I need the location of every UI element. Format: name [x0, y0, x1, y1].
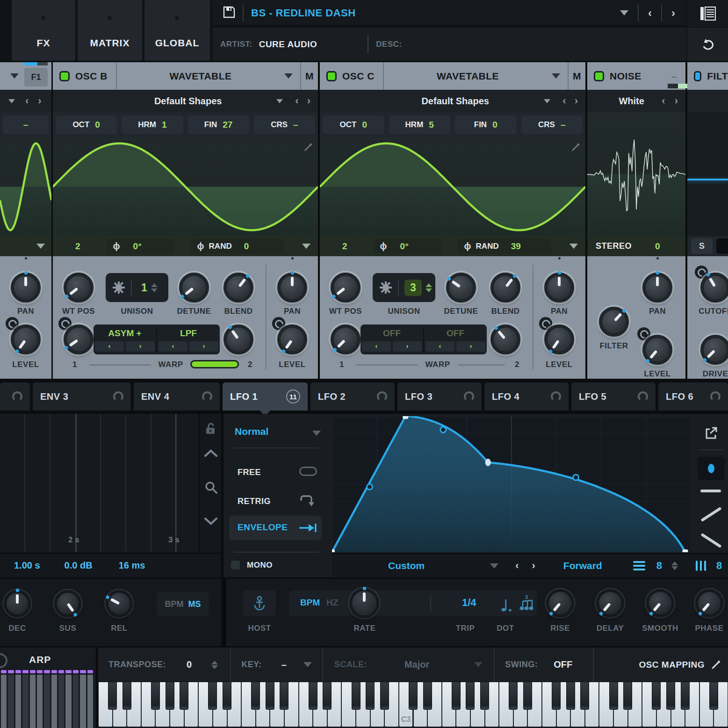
lfo-shape-preset-select[interactable]: Custom — [388, 560, 425, 571]
lfo-smooth-knob[interactable] — [646, 589, 674, 617]
filter-cutoff-knob[interactable] — [700, 273, 728, 303]
osc-c-pan-knob[interactable] — [544, 273, 574, 303]
triplet-note-icon[interactable]: 3 — [518, 595, 536, 612]
filter-extra-box[interactable] — [716, 238, 728, 254]
black-key[interactable] — [409, 682, 418, 710]
osc-c-warp1-prev[interactable]: ‹ — [362, 341, 391, 352]
osc-c-warp2-prev[interactable]: ‹ — [425, 341, 454, 352]
scale-value[interactable]: Major — [404, 659, 429, 670]
lfo-mode-select[interactable]: Normal — [235, 426, 268, 437]
black-key[interactable] — [580, 682, 589, 710]
osc-c-wtpos-knob[interactable] — [331, 273, 360, 303]
env-sustain-db[interactable]: 0.0 dB — [65, 560, 93, 571]
arp-mini-key[interactable] — [58, 675, 64, 728]
lfo-grid-rows-value[interactable]: 8 — [656, 560, 662, 572]
tab-lfo5[interactable]: LFO 5 — [571, 382, 656, 411]
lfo-envelope-option[interactable]: ENVELOPE — [229, 516, 322, 540]
black-key[interactable] — [166, 682, 174, 710]
osc-c-wave-display[interactable] — [320, 137, 585, 236]
black-key[interactable] — [652, 682, 661, 710]
osc-a-dest-dropdown-icon[interactable] — [10, 73, 19, 79]
osc-b-detune-knob[interactable] — [179, 273, 209, 303]
osc-b-phase-box[interactable]: ϕ0° — [107, 238, 175, 254]
osc-c-warp2-select[interactable]: OFF ‹› — [424, 324, 487, 354]
black-key[interactable] — [523, 682, 532, 710]
osc-b-level-knob[interactable] — [277, 324, 307, 354]
arp-mini-key[interactable] — [80, 675, 86, 728]
osc-c-power-led[interactable] — [326, 71, 337, 81]
osc-c-shape-next[interactable]: › — [575, 95, 578, 107]
black-key[interactable] — [709, 682, 718, 710]
tab-fx[interactable]: FX — [12, 0, 75, 61]
osc-c-mode-select[interactable]: WAVETABLE — [384, 71, 552, 82]
osc-c-fin[interactable]: FIN0 — [455, 115, 517, 134]
osc-b-mode-dropdown-icon[interactable] — [284, 73, 293, 79]
tab-lfo1[interactable]: LFO 111 — [223, 382, 308, 411]
black-key[interactable] — [366, 682, 375, 710]
lfo-free-option[interactable]: FREE — [238, 468, 261, 477]
lfo-direction-select[interactable]: Forward — [563, 560, 602, 571]
osc-c-detune-knob[interactable] — [446, 273, 476, 303]
ramp-down-tool-icon[interactable] — [700, 533, 721, 548]
tab-env4[interactable]: ENV 4 — [134, 382, 220, 411]
arp-label[interactable]: ARP — [29, 654, 51, 665]
black-key[interactable] — [480, 682, 489, 710]
osc-a-pan-knob[interactable] — [11, 273, 41, 303]
filter-power-led[interactable] — [694, 71, 701, 81]
preset-next-button[interactable]: › — [671, 7, 675, 20]
black-key[interactable] — [623, 682, 632, 710]
arp-mini-key[interactable] — [73, 675, 79, 728]
black-key[interactable] — [108, 682, 117, 710]
osc-c-mode-dropdown-icon[interactable] — [552, 73, 560, 79]
osc-c-strip-dropdown-icon[interactable] — [569, 244, 578, 249]
arp-mini-key[interactable] — [51, 675, 57, 728]
black-key[interactable] — [609, 682, 618, 710]
black-key[interactable] — [309, 682, 317, 710]
arp-mini-key[interactable] — [44, 675, 50, 728]
bpm-option[interactable]: BPM — [165, 599, 184, 609]
black-key[interactable] — [466, 682, 475, 710]
chevron-up-icon[interactable] — [204, 449, 217, 457]
ramp-up-tool-icon[interactable] — [700, 507, 721, 522]
black-key[interactable] — [323, 682, 332, 710]
edit-wavetable-icon[interactable] — [570, 142, 581, 152]
noise-prev[interactable]: ‹ — [662, 95, 665, 107]
gear-icon[interactable] — [379, 281, 392, 294]
osc-a-shape-dropdown-icon[interactable] — [8, 99, 15, 103]
osc-c-hrm[interactable]: HRM5 — [389, 115, 451, 134]
osc-b-shape-prev[interactable]: ‹ — [295, 95, 298, 107]
arp-mini-key[interactable] — [87, 675, 93, 728]
osc-a-shape-next[interactable]: › — [38, 95, 41, 107]
arp-mini-key[interactable] — [37, 675, 43, 728]
osc-c-phase-box[interactable]: ϕ0° — [374, 238, 442, 254]
tab-env2-partial[interactable] — [0, 382, 30, 411]
lfo-rise-knob[interactable] — [546, 589, 574, 617]
osc-b-pan-knob[interactable] — [277, 273, 307, 303]
osc-b-unison-stepper[interactable] — [151, 283, 158, 292]
external-link-icon[interactable] — [704, 427, 717, 440]
line-tool-icon[interactable] — [700, 490, 721, 492]
lfo-host-sync-button[interactable] — [243, 590, 276, 616]
black-key[interactable] — [509, 682, 518, 710]
undo-button[interactable] — [687, 28, 728, 61]
noise-wave-display[interactable] — [587, 112, 685, 236]
osc-c-level-knob[interactable] — [544, 324, 574, 354]
lfo-preset-prev[interactable]: ‹ — [515, 560, 519, 572]
osc-b-unison-control[interactable]: 1 — [106, 273, 168, 302]
osc-a-filter-routing[interactable]: F1 — [24, 68, 48, 86]
black-key[interactable] — [666, 682, 675, 710]
paint-dot-tool-selected[interactable] — [698, 457, 725, 480]
osc-b-warp-amount-bar[interactable] — [190, 360, 239, 368]
env-bpm-ms-toggle[interactable]: BPM MS — [157, 592, 209, 616]
black-key[interactable] — [180, 682, 188, 710]
osc-b-voices-value[interactable]: 2 — [75, 241, 80, 252]
osc-b-warp2-select[interactable]: LPF ‹› — [157, 324, 220, 354]
black-key[interactable] — [208, 682, 217, 710]
arp-mini-keyboard[interactable] — [1, 670, 94, 728]
osc-c-warp1-knob[interactable] — [331, 324, 360, 354]
osc-b-warp2-next[interactable]: › — [189, 341, 218, 352]
zoom-icon[interactable] — [204, 481, 217, 494]
env-release-ms[interactable]: 16 ms — [119, 560, 145, 571]
tab-env3[interactable]: ENV 3 — [33, 382, 131, 411]
osc-b-oct[interactable]: OCT0 — [56, 115, 117, 134]
